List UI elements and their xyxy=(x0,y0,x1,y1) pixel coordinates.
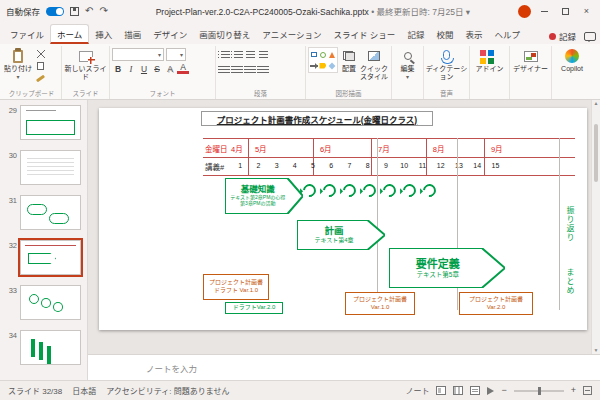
iteration-loop-icon[interactable] xyxy=(340,181,358,199)
slide-thumbnail-34[interactable]: 34 xyxy=(0,328,87,373)
iteration-loop-icon[interactable] xyxy=(300,181,318,199)
justify-button[interactable] xyxy=(257,64,269,76)
close-button[interactable]: × xyxy=(579,4,594,18)
tab-review[interactable]: 校閲 xyxy=(430,25,459,44)
italic-button[interactable]: I xyxy=(125,63,137,75)
paste-button[interactable]: 貼り付け ▾ xyxy=(4,47,32,80)
language-button[interactable]: 日本語 xyxy=(72,385,96,396)
deliverable-draft2-box[interactable]: ドラフトVar.2.0 xyxy=(225,302,283,314)
zoom-out-button[interactable]: − xyxy=(501,386,506,395)
tab-insert[interactable]: 挿入 xyxy=(89,25,118,44)
slide-thumbnail-image[interactable] xyxy=(20,285,81,320)
tab-transitions[interactable]: 画面切り替え xyxy=(193,25,256,44)
copilot-button[interactable]: Copilot xyxy=(561,47,583,73)
tab-file[interactable]: ファイル xyxy=(4,25,50,44)
minimize-button[interactable] xyxy=(537,4,552,18)
align-right-button[interactable] xyxy=(244,64,256,76)
iteration-loop-icon[interactable] xyxy=(320,181,338,199)
bold-button[interactable]: B xyxy=(112,63,124,75)
slide-thumbnail-31[interactable]: 31 xyxy=(0,193,87,238)
phase-planning-shape[interactable]: 計画 テキスト第4章 xyxy=(297,220,385,250)
slide-thumbnail-image[interactable] xyxy=(20,195,81,230)
autosave-toggle[interactable] xyxy=(46,7,64,16)
slide-thumbnail-33[interactable]: 33 xyxy=(0,283,87,328)
document-title[interactable]: Project-Plan-ver.2.0-C2A-PC240005-Ozaki-… xyxy=(114,5,512,17)
align-center-button[interactable] xyxy=(231,64,243,76)
indent-decrease-button[interactable] xyxy=(244,49,256,61)
deliverable-var1-box[interactable]: プロジェクト計画書 Var.1.0 xyxy=(345,292,415,315)
arrange-button[interactable]: 配置 xyxy=(340,47,358,73)
editing-button[interactable]: 編集 ▾ xyxy=(399,47,417,80)
phase-requirements-shape[interactable]: 要件定義 テキスト第5章 xyxy=(389,248,505,288)
tab-help[interactable]: ヘルプ xyxy=(488,25,526,44)
tab-draw[interactable]: 描画 xyxy=(118,25,147,44)
tab-slideshow[interactable]: スライド ショー xyxy=(328,25,402,44)
cut-button[interactable] xyxy=(34,49,47,59)
slide-thumbnail-30[interactable]: 30 xyxy=(0,148,87,193)
zoom-slider-thumb[interactable] xyxy=(538,387,541,395)
iteration-loop-icon[interactable] xyxy=(400,181,418,199)
quick-styles-button[interactable]: クイック スタイル xyxy=(360,47,388,81)
font-color-button[interactable]: A xyxy=(177,63,189,74)
record-button[interactable]: 記録 xyxy=(549,30,576,42)
font-name-select[interactable]: ▾ xyxy=(112,48,164,61)
undo-icon[interactable]: ↶ xyxy=(85,6,93,16)
iteration-loop-icon[interactable] xyxy=(360,181,378,199)
slide-thumbnail-image[interactable] xyxy=(20,240,81,275)
copy-button[interactable] xyxy=(34,61,47,71)
comments-icon[interactable] xyxy=(584,32,596,41)
slide-thumbnail-29[interactable]: 29 xyxy=(0,103,87,148)
dictate-button[interactable]: ディクテーション xyxy=(426,47,468,81)
slide-thumbnail-32[interactable]: 32 xyxy=(0,238,87,283)
reading-view-icon[interactable] xyxy=(470,386,480,395)
slide-thumbnail-image[interactable] xyxy=(20,150,81,185)
tab-design[interactable]: デザイン xyxy=(147,25,193,44)
deliverable-var2-box[interactable]: プロジェクト計画書 Var.2.0 xyxy=(459,292,533,315)
schedule-table[interactable]: 金曜日 講義# 4月5月6月7月8月9月 1234567891011121314… xyxy=(203,138,575,176)
vertical-scrollbar[interactable]: ▲ ▼ xyxy=(591,100,600,354)
zoom-slider[interactable] xyxy=(514,390,564,392)
scrollbar-thumb[interactable] xyxy=(594,124,598,182)
tab-view[interactable]: 表示 xyxy=(459,25,488,44)
tab-animations[interactable]: アニメーション xyxy=(256,25,327,44)
addins-button[interactable]: アドイン xyxy=(476,47,504,73)
iteration-loop-icon[interactable] xyxy=(420,181,438,199)
tab-home[interactable]: ホーム xyxy=(50,24,89,44)
fit-to-window-icon[interactable] xyxy=(583,386,592,395)
numbering-button[interactable] xyxy=(231,49,243,61)
normal-view-icon[interactable] xyxy=(436,386,446,395)
accessibility-status[interactable]: アクセシビリティ: 問題ありません xyxy=(106,385,229,396)
notes-pane[interactable]: ノートを入力 xyxy=(88,354,600,380)
user-avatar[interactable] xyxy=(518,5,531,18)
text-shadow-button[interactable]: A xyxy=(164,63,176,75)
review-summary-text[interactable]: 振り返り まとめ xyxy=(563,206,575,316)
iteration-loop-icon[interactable] xyxy=(380,181,398,199)
slide-title[interactable]: プロジェクト計画書作成スケジュール(金曜日クラス) xyxy=(201,111,433,126)
new-slide-button[interactable]: 新しいスライド xyxy=(65,47,107,81)
phase-foundation-shape[interactable]: 基礎知識 テキスト第2章PMの心得 第3章PMの活動 xyxy=(225,178,303,214)
designer-button[interactable]: デザイナー xyxy=(513,47,548,73)
format-painter-icon xyxy=(36,74,45,82)
redo-icon[interactable]: ↷ xyxy=(99,6,107,16)
slide-thumbnail-image[interactable] xyxy=(20,105,81,140)
maximize-button[interactable] xyxy=(558,4,573,18)
slide-thumbnail-image[interactable] xyxy=(20,330,81,365)
slide-canvas: プロジェクト計画書作成スケジュール(金曜日クラス) 金曜日 講義# 4月5月6月… xyxy=(88,100,600,354)
slideshow-icon[interactable] xyxy=(487,387,494,395)
indent-increase-button[interactable] xyxy=(257,49,269,61)
notes-toggle-button[interactable]: ノート xyxy=(405,385,429,396)
deliverable-draft1-box[interactable]: プロジェクト計画書 ドラフト Var.1.0 xyxy=(203,274,269,300)
shape-gallery[interactable] xyxy=(308,47,338,73)
strikethrough-button[interactable]: S xyxy=(151,63,163,75)
scroll-up-icon[interactable]: ▲ xyxy=(594,101,599,106)
font-size-select[interactable]: ▾ xyxy=(166,48,186,61)
slide-sorter-icon[interactable] xyxy=(453,386,463,395)
bullets-button[interactable] xyxy=(218,49,230,61)
underline-button[interactable]: U xyxy=(138,63,150,75)
zoom-in-button[interactable]: + xyxy=(571,386,576,395)
scroll-down-icon[interactable]: ▼ xyxy=(594,348,599,353)
save-icon[interactable] xyxy=(70,7,79,16)
align-left-button[interactable] xyxy=(218,64,230,76)
tab-record[interactable]: 記録 xyxy=(401,25,430,44)
format-painter-button[interactable] xyxy=(34,73,47,83)
